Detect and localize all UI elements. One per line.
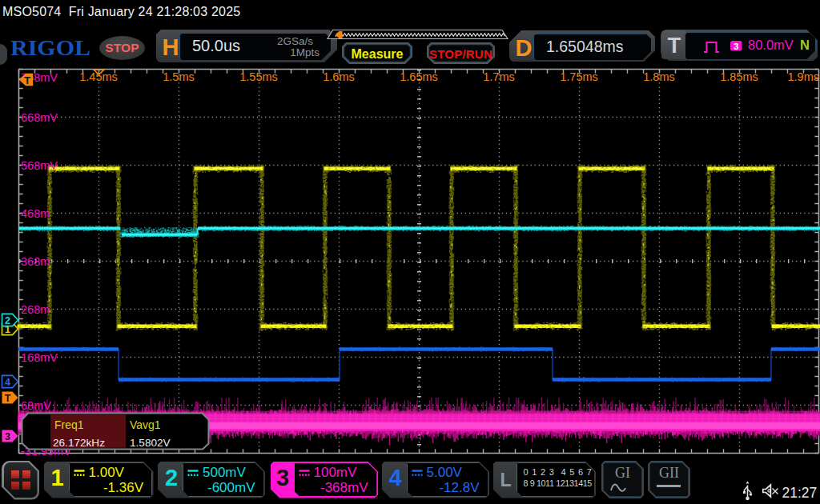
svg-text:26.172kHz: 26.172kHz [53, 437, 105, 449]
svg-text:4: 4 [5, 377, 10, 388]
svg-text:1.8ms: 1.8ms [643, 70, 675, 83]
svg-text:1.9ms: 1.9ms [788, 70, 820, 83]
svg-text:68mV: 68mV [21, 399, 51, 412]
svg-text:2: 2 [5, 315, 10, 326]
svg-text:1.5ms: 1.5ms [163, 70, 195, 83]
svg-text:468m: 468m [21, 207, 50, 220]
svg-text:568mV: 568mV [21, 159, 58, 172]
svg-text:Vavg1: Vavg1 [130, 418, 161, 431]
svg-text:1.55ms: 1.55ms [239, 70, 278, 83]
svg-text:168mV: 168mV [21, 351, 58, 364]
svg-text:1.5802V: 1.5802V [130, 437, 171, 449]
svg-text:21:27: 21:27 [782, 485, 818, 501]
svg-text:268m: 268m [21, 303, 50, 316]
svg-text:1.7ms: 1.7ms [483, 70, 515, 83]
svg-text:T: T [5, 393, 11, 404]
svg-text:1.45ms: 1.45ms [79, 70, 118, 83]
svg-text:3: 3 [5, 431, 10, 442]
svg-text:668mV: 668mV [21, 111, 58, 124]
svg-text:1.85ms: 1.85ms [720, 70, 758, 83]
svg-text:Freq1: Freq1 [54, 418, 84, 431]
svg-text:T: T [24, 74, 31, 86]
svg-text:1.6ms: 1.6ms [323, 70, 355, 83]
svg-text:1.75ms: 1.75ms [560, 70, 598, 83]
svg-text:1.65ms: 1.65ms [400, 70, 438, 83]
svg-text:368m: 368m [21, 255, 50, 268]
